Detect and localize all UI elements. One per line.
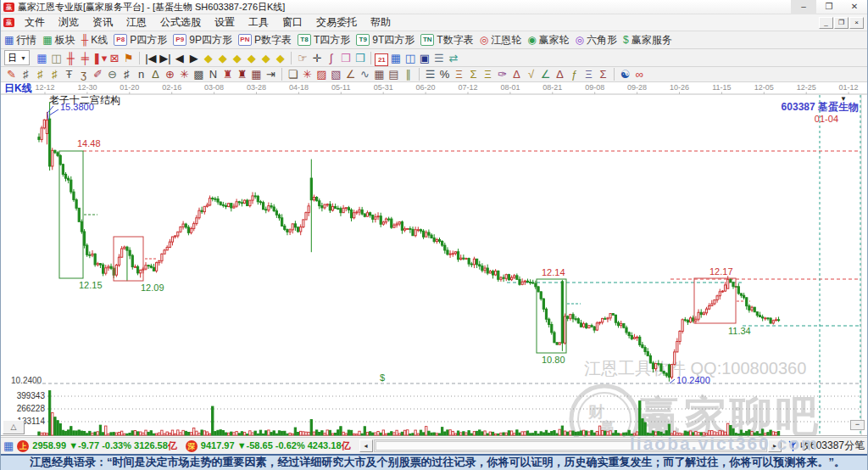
pencil-tool-icon[interactable]: ✎ — [4, 67, 19, 82]
chart-scrollbar-thumb[interactable] — [376, 441, 765, 450]
child-minimize-button[interactable]: _ — [819, 17, 833, 29]
cross-cursor-icon[interactable]: ✛ — [309, 51, 324, 66]
save-icon[interactable]: ▣ — [417, 51, 431, 66]
child-restore-button[interactable]: ❐ — [834, 17, 849, 29]
tower2-icon[interactable]: ♜ — [235, 67, 249, 82]
angle-ruler-icon[interactable]: ∆ — [148, 67, 163, 82]
gann-circle-icon[interactable]: ⊕ — [163, 67, 177, 82]
toolbar-button-kline[interactable]: ╫K线 — [81, 33, 108, 48]
toolbar-button-9p-square[interactable]: P99P四方形 — [173, 33, 232, 48]
zigzag-icon[interactable]: Ν — [206, 67, 220, 82]
toolbar-button-9t-square[interactable]: T99T四方形 — [356, 33, 415, 48]
menu-item-browse[interactable]: 浏览 — [52, 16, 86, 28]
diamond-v-expand-icon[interactable]: ◆ — [259, 51, 273, 66]
toolbar-button-t-number-table[interactable]: TNT数字表 — [420, 33, 473, 48]
flag-icon[interactable]: ⚑ — [121, 51, 136, 66]
rows-icon[interactable]: ▤ — [387, 67, 401, 82]
shenzhen-market-icon[interactable]: 深 — [186, 440, 198, 452]
toolbar-button-sectors[interactable]: ▦板块 — [42, 33, 75, 48]
board-icon[interactable]: ◫ — [49, 51, 64, 66]
extend-line-icon[interactable]: ⇥ — [264, 67, 278, 82]
percent-icon[interactable]: % — [437, 67, 452, 82]
chart-scrollbar-track[interactable] — [374, 439, 767, 452]
diamond-h-shrink-icon[interactable]: ◆ — [244, 51, 259, 66]
crosshair-box-icon[interactable]: ⊠ — [107, 51, 121, 66]
kline-chart-canvas[interactable]: 江恩工具软件 QQ:100800360财赢赢家聊吧12-1212-3001-20… — [1, 82, 868, 437]
bars-icon[interactable]: ☰ — [423, 67, 437, 82]
angle-line-icon[interactable]: ∠ — [343, 67, 358, 82]
tick-data-button[interactable]: 收603387分笔 — [788, 439, 865, 453]
minimize-button[interactable]: – — [791, 0, 816, 14]
t-line-icon[interactable]: Ŧ — [62, 67, 76, 82]
volume-expand-button[interactable]: △ — [3, 420, 25, 434]
network-icon[interactable]: ⇄ — [446, 51, 460, 66]
toolbar-button-p-square[interactable]: P8P四方形 — [114, 33, 167, 48]
prev-icon[interactable]: ◀ — [172, 51, 186, 66]
curve-ruler-icon[interactable]: ∫ — [324, 51, 338, 66]
rect-tool-icon[interactable]: ❏ — [286, 67, 300, 82]
gold-levels-icon[interactable]: Ξ — [481, 67, 495, 82]
spiral-icon[interactable]: ʒ — [76, 67, 91, 82]
window-panel-icon[interactable]: ◫ — [403, 51, 417, 66]
parallel-lines-icon[interactable]: ∥ — [401, 67, 415, 82]
square-number-icon[interactable]: n — [134, 67, 148, 82]
hand-icon[interactable]: ☞ — [295, 51, 309, 66]
next-icon[interactable]: ▶ — [186, 51, 201, 66]
menu-item-formula-pick[interactable]: 公式选股 — [153, 16, 208, 28]
yinyang-icon[interactable]: ☯ — [618, 67, 632, 82]
fan-lines-icon[interactable]: ✳ — [300, 67, 314, 82]
hatch-box-icon[interactable]: ▨ — [314, 67, 329, 82]
j-line-icon[interactable]: ∠ — [538, 67, 553, 82]
step-line-icon[interactable]: Ξ — [581, 67, 596, 82]
x-line-icon[interactable]: Σ — [596, 67, 610, 82]
menu-item-window[interactable]: 窗口 — [275, 16, 309, 28]
ellipse-icon[interactable]: ⊖ — [105, 67, 120, 82]
infinity-icon[interactable]: ∞ — [632, 67, 647, 82]
tower-icon[interactable]: ♜ — [220, 67, 235, 82]
calculator-icon[interactable]: ▦ — [388, 51, 403, 66]
bar-style-icon[interactable]: ╪ — [78, 51, 92, 66]
toolbar-button-quotes[interactable]: ▦行情 — [4, 33, 36, 48]
volume-minimize-button[interactable]: − — [850, 420, 865, 430]
gold-box-icon[interactable]: √ — [524, 67, 538, 82]
toolbar-button-gann-wheel[interactable]: ◎江恩轮 — [480, 33, 521, 48]
print-icon[interactable]: ☰ — [431, 51, 446, 66]
menu-item-settings[interactable]: 设置 — [208, 16, 242, 28]
toolbar-button-winner-wheel[interactable]: ◉赢家轮 — [527, 33, 569, 48]
menu-item-gann[interactable]: 江恩 — [120, 16, 153, 28]
hatch-box2-icon[interactable]: ▧ — [329, 67, 343, 82]
quote-table-icon[interactable]: ▦ — [3, 439, 14, 452]
pink-tool-icon[interactable]: ❒ — [338, 51, 353, 66]
matrix-icon[interactable]: ▦ — [372, 67, 387, 82]
toolbar-button-t-square[interactable]: T8T四方形 — [298, 33, 350, 48]
grid-box-icon[interactable]: ▦ — [249, 67, 264, 82]
period-day-dropdown[interactable]: 日▼ — [4, 50, 30, 65]
menu-item-trade[interactable]: 交易委托 — [309, 16, 364, 28]
gann-grid-icon[interactable]: ♯ — [33, 67, 47, 82]
menu-item-news[interactable]: 资讯 — [86, 16, 120, 28]
diamond-right-icon[interactable]: ◆ — [215, 51, 230, 66]
menu-item-help[interactable]: 帮助 — [364, 16, 398, 28]
scroll-left-button[interactable]: ◂ — [359, 439, 373, 452]
teal-tool-icon[interactable]: ❒ — [353, 51, 367, 66]
menu-item-file[interactable]: 文件 — [18, 16, 52, 28]
child-close-button[interactable]: × — [849, 17, 864, 29]
toolbar-button-p-number-table[interactable]: PNP数字表 — [238, 33, 292, 48]
candle-style-dropdown[interactable]: ❚▾ — [92, 51, 107, 66]
f-line-icon[interactable]: ∆ — [553, 67, 567, 82]
calendar-icon[interactable]: 21 — [375, 53, 388, 66]
diamond-v-shrink-icon[interactable]: ◆ — [273, 51, 287, 66]
gann-fan-icon[interactable]: ✳ — [177, 67, 192, 82]
kline-style-icon[interactable]: ╫ — [64, 51, 78, 66]
diamond-h-expand-icon[interactable]: ◆ — [230, 51, 244, 66]
levels-icon[interactable]: Ξ — [452, 67, 466, 82]
gann-grid2-icon[interactable]: ♯ — [47, 67, 62, 82]
wave-icon[interactable]: ∿ — [358, 67, 372, 82]
toolbar-button-hexagon[interactable]: ◎六角形 — [576, 33, 617, 48]
first-page-icon[interactable]: |◀ — [143, 51, 158, 66]
shanghai-market-icon[interactable]: 上 — [17, 440, 29, 452]
diamond-left-icon[interactable]: ◆ — [201, 51, 215, 66]
s-line-icon[interactable]: ƒ — [567, 67, 581, 82]
grid-tool-icon[interactable]: ♯ — [19, 67, 33, 82]
scroll-right-button[interactable]: ▸ — [768, 439, 782, 452]
